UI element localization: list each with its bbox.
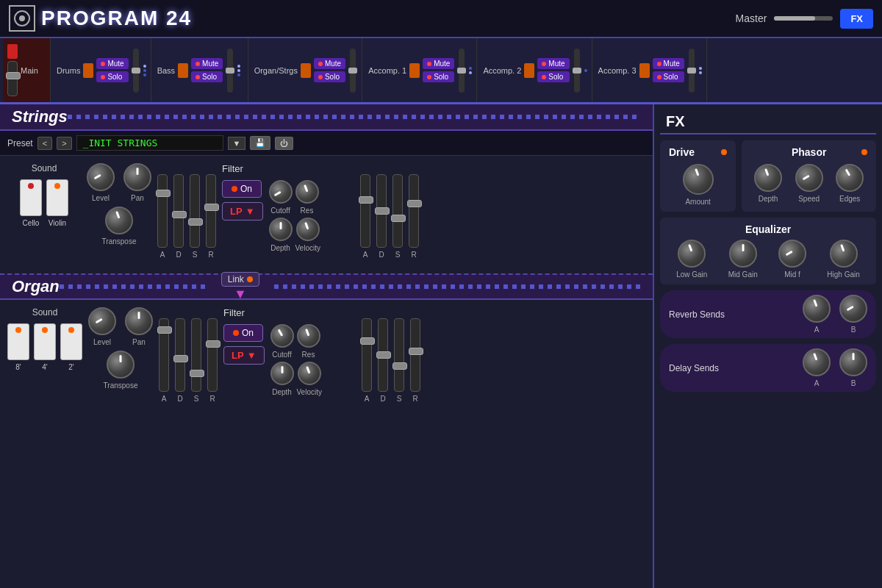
accomp3-solo-btn[interactable]: Solo [653,71,684,82]
drums-solo-btn[interactable]: Solo [96,71,128,82]
organ-pan-marker [138,312,140,319]
organ-strgs-mute-btn[interactable]: Mute [314,58,345,69]
preset-next-btn[interactable]: > [57,137,71,150]
organ-4ft-pad[interactable] [34,323,56,360]
accomp2-mute-btn[interactable]: Mute [537,58,569,69]
drums-fader[interactable] [133,49,139,93]
organ-2ft-pad[interactable] [60,323,82,360]
strings-transpose-knob[interactable] [105,207,133,234]
accomp3-mute-btn[interactable]: Mute [653,58,684,69]
strings-level-knob[interactable] [87,163,115,191]
organ-fs-fader[interactable] [394,318,404,392]
strings-s-fader[interactable] [190,174,200,248]
cello-pad-led [28,183,34,189]
phasor-led-active [861,149,867,155]
link-badge[interactable]: Link [221,272,259,287]
organ-pan-knob[interactable] [125,307,153,335]
eq-midf-knob[interactable] [778,240,806,268]
organ-8ft-pad[interactable] [7,323,29,360]
main-fader[interactable] [7,61,18,96]
strings-velocity-knob[interactable] [296,218,320,241]
phasor-speed-knob[interactable] [795,164,823,192]
organ-depth-knob[interactable] [270,362,294,385]
organ-filter-on-btn[interactable]: On [223,324,263,342]
reverb-sends-a-knob[interactable] [803,295,831,323]
strings-res-knob[interactable] [295,180,319,204]
strings-pan-knob[interactable] [123,163,151,191]
reverb-sends-b-knob[interactable] [839,295,867,323]
organ-strgs-solo-btn[interactable]: Solo [314,71,345,82]
organ-res-knob[interactable] [297,324,320,348]
solo-dot [318,75,323,79]
drive-block: Drive Amount [660,140,736,212]
strings-d-fader[interactable] [173,174,184,248]
organ-d-thumb [173,355,188,362]
bass-solo-btn[interactable]: Solo [191,71,223,82]
accomp1-mute-btn[interactable]: Mute [423,58,454,69]
strings-filter-on-label: On [240,184,252,194]
drums-mute-btn[interactable]: Mute [96,58,128,69]
organ-a-fader[interactable] [159,318,169,392]
bass-led [178,63,188,78]
eq-midgain-knob[interactable] [729,240,757,268]
strings-r-fader[interactable] [206,174,216,248]
accomp2-fader[interactable] [574,49,580,93]
strings-cutoff-knob[interactable] [269,180,293,204]
accomp1-solo-btn[interactable]: Solo [423,71,454,82]
strings-fs-fader[interactable] [392,174,403,248]
organ-filter-mode-btn[interactable]: LP ▼ [223,346,265,365]
strings-d-thumb [172,211,187,218]
fx-toggle-button[interactable]: FX [840,9,873,29]
drums-dots [143,65,146,76]
preset-save-btn[interactable]: 💾 [250,136,270,150]
organ-strgs-fader[interactable] [350,49,356,93]
strings-filter-mode-btn[interactable]: LP ▼ [222,202,263,220]
strings-fr-fader[interactable] [409,174,419,248]
delay-sends-a-knob[interactable] [803,348,831,376]
accomp2-solo-btn[interactable]: Solo [537,71,569,82]
organ-velocity-knob[interactable] [298,362,321,385]
strings-level-knob-container: Level [87,163,115,202]
accomp2-dots [584,69,587,72]
strings-filter-on-btn[interactable]: On [222,180,262,198]
organ-fd-fader[interactable] [378,318,388,392]
accomp1-fader[interactable] [459,49,465,93]
strings-velocity-knob-container: Velocity [295,218,320,252]
organ-level-knob[interactable] [88,307,116,335]
preset-dropdown-btn[interactable]: ▼ [228,137,246,150]
strings-depth-knob[interactable] [269,218,293,241]
organ-fa-fader[interactable] [362,318,372,392]
channel-bass: Bass Mute Solo [153,38,248,102]
phasor-edges-knob[interactable] [836,164,864,192]
preset-power-btn[interactable]: ⏻ [275,137,293,150]
strings-fd-fader[interactable] [376,174,387,248]
strings-cello-pad[interactable] [20,179,42,216]
drive-amount-knob[interactable] [683,164,714,195]
phasor-depth-knob[interactable] [754,164,782,192]
organ-transpose-knob[interactable] [107,351,135,379]
accomp3-fader[interactable] [689,49,695,93]
bass-fader[interactable] [227,49,233,93]
bass-mute-btn[interactable]: Mute [191,58,223,69]
organ-s-label: S [194,395,199,403]
organ-d-fader[interactable] [175,318,185,392]
strings-a-fader[interactable] [157,174,168,248]
eq-highgain-knob[interactable] [830,240,858,268]
delay-sends-b-knob[interactable] [839,348,867,376]
organ-fr-fader[interactable] [410,318,420,392]
organ-r-fader[interactable] [207,318,218,392]
bass-dots [237,65,240,76]
delay-sends-a-marker [813,353,817,360]
strings-r-thumb [204,204,219,211]
organ-a-label: A [162,395,167,403]
organ-s-thumb [190,370,204,377]
organ-s-fader[interactable] [191,318,201,392]
strings-violin-pad[interactable] [46,179,68,216]
organ-cutoff-knob[interactable] [270,324,294,348]
eq-lowgain-knob[interactable] [678,240,706,268]
accomp3-led [639,63,650,78]
master-slider[interactable] [774,16,833,21]
level-marker [94,174,101,180]
preset-prev-btn[interactable]: < [37,137,52,150]
strings-fa-fader[interactable] [360,174,370,248]
